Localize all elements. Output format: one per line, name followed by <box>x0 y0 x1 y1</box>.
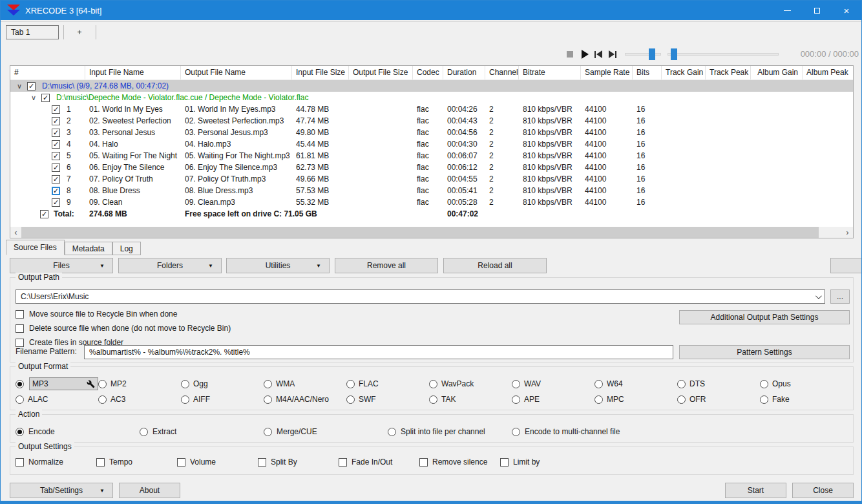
output-setting-option[interactable]: Split By <box>258 457 339 467</box>
action-option[interactable]: Merge/CUE <box>264 427 388 436</box>
track-checkbox[interactable] <box>52 152 60 160</box>
format-option[interactable]: MPC <box>594 395 677 404</box>
format-radio[interactable] <box>16 395 24 404</box>
format-radio[interactable] <box>346 380 355 388</box>
format-option[interactable]: OFR <box>677 395 760 404</box>
column-header-duration[interactable]: Duration <box>443 66 485 79</box>
action-radio[interactable] <box>264 428 272 436</box>
format-radio[interactable] <box>512 395 520 404</box>
track-checkbox[interactable] <box>52 163 60 172</box>
output-setting-checkbox[interactable] <box>177 458 185 467</box>
column-header-input-file-size[interactable]: Input File Size <box>292 66 349 79</box>
action-radio[interactable] <box>512 428 520 436</box>
create-files-in-source-folder-checkbox[interactable] <box>16 339 24 347</box>
tab-metadata[interactable]: Metadata <box>65 242 112 255</box>
group-row-cue[interactable]: ∨ D:\music\Depeche Mode - Violator.flac.… <box>10 92 853 103</box>
track-checkbox[interactable] <box>52 198 60 207</box>
output-setting-checkbox[interactable] <box>16 458 24 467</box>
move-to-recycle-bin-checkbox[interactable] <box>16 310 24 319</box>
column-header-output-file-size[interactable]: Output File Size <box>349 66 413 79</box>
track-checkbox[interactable] <box>52 117 60 125</box>
group-checkbox[interactable] <box>41 94 50 102</box>
format-option[interactable]: Ogg <box>181 379 264 388</box>
format-option[interactable]: AIFF <box>181 395 264 404</box>
output-setting-option[interactable]: Tempo <box>96 457 177 467</box>
reload-all-button[interactable]: Reload all <box>443 258 547 273</box>
scroll-left-icon[interactable]: ‹ <box>10 227 21 238</box>
filename-pattern-input[interactable]: %albumartist% - %album%\%track2%. %title… <box>84 345 673 359</box>
format-option[interactable]: M4A/AAC/Nero <box>264 395 346 404</box>
next-track-button[interactable] <box>609 50 616 58</box>
format-option[interactable]: SWF <box>346 395 429 404</box>
format-option[interactable]: WavPack <box>429 379 512 388</box>
table-row[interactable]: 3 03. Personal Jesus 03. Personal Jesus.… <box>10 127 853 138</box>
delete-source-file-checkbox[interactable] <box>16 324 24 333</box>
output-setting-checkbox[interactable] <box>96 458 105 467</box>
table-row[interactable]: 1 01. World In My Eyes 01. World In My E… <box>10 103 853 115</box>
tab-source-files[interactable]: Source Files <box>6 240 65 255</box>
volume-slider[interactable] <box>625 53 661 56</box>
format-option[interactable]: W64 <box>594 379 677 388</box>
expander-icon[interactable]: ∨ <box>31 94 40 102</box>
output-setting-checkbox[interactable] <box>339 458 347 467</box>
output-setting-option[interactable]: Limit by <box>500 457 848 467</box>
format-option[interactable]: TAK <box>429 395 512 404</box>
format-option[interactable]: WMA <box>264 379 346 388</box>
track-checkbox[interactable] <box>52 140 60 149</box>
format-radio[interactable] <box>760 380 768 388</box>
format-radio[interactable] <box>346 395 355 404</box>
combo-chevron-icon[interactable] <box>815 293 822 299</box>
format-radio[interactable] <box>677 395 686 404</box>
stop-button[interactable] <box>567 51 573 58</box>
track-checkbox[interactable] <box>52 129 60 137</box>
output-setting-option[interactable]: Fade In/Out <box>339 457 419 467</box>
previous-track-button[interactable] <box>594 50 602 58</box>
horizontal-scrollbar-thumb[interactable] <box>21 227 819 238</box>
output-setting-checkbox[interactable] <box>500 458 509 467</box>
action-option[interactable]: Split into file per channel <box>388 427 512 436</box>
total-checkbox[interactable] <box>40 210 48 218</box>
format-option[interactable]: Opus <box>760 379 848 388</box>
track-checkbox[interactable] <box>52 175 60 184</box>
tab-1[interactable]: Tab 1 <box>6 25 59 39</box>
format-settings-box[interactable]: MP3 <box>29 377 98 390</box>
pattern-settings-button[interactable]: Pattern Settings <box>679 345 850 359</box>
horizontal-scrollbar[interactable]: ‹ › <box>10 227 853 238</box>
column-header-codec[interactable]: Codec <box>413 66 443 79</box>
wrench-icon[interactable] <box>87 380 95 388</box>
column-header-input-file-name[interactable]: Input File Name <box>85 66 181 79</box>
format-option[interactable]: FLAC <box>346 379 429 388</box>
format-radio[interactable] <box>512 380 520 388</box>
output-setting-option[interactable]: Remove silence <box>419 457 500 467</box>
table-row[interactable]: 7 07. Policy Of Truth 07. Policy Of Trut… <box>10 173 853 185</box>
format-option-selected[interactable]: MP3 <box>16 377 98 390</box>
additional-output-path-settings-button[interactable]: Additional Output Path Settings <box>679 310 850 324</box>
output-setting-checkbox[interactable] <box>419 458 428 467</box>
action-option[interactable]: Encode to multi-channel file <box>512 427 848 436</box>
output-path-combo[interactable]: C:\Users\Erix\Music <box>16 289 825 304</box>
more-options-button[interactable]: ▼ <box>830 258 862 273</box>
column-header-bitrate[interactable]: Bitrate <box>519 66 581 79</box>
action-radio[interactable] <box>16 428 24 436</box>
column-header-track-peak[interactable]: Track Peak <box>706 66 751 79</box>
start-button[interactable]: Start <box>725 483 786 498</box>
browse-button[interactable]: ... <box>830 289 850 304</box>
column-header-number[interactable]: # <box>10 66 85 79</box>
format-radio[interactable] <box>98 395 107 404</box>
format-radio[interactable] <box>677 380 686 388</box>
group-row-folder[interactable]: ∨ D:\music\ (9/9, 274.68 MB, 00:47:02) <box>10 80 853 92</box>
format-option[interactable]: AC3 <box>98 395 181 404</box>
expander-icon[interactable]: ∨ <box>17 82 26 90</box>
format-option[interactable]: Fake <box>760 395 848 404</box>
table-row[interactable]: 2 02. Sweetest Perfection 02. Sweetest P… <box>10 115 853 127</box>
table-row[interactable]: 6 06. Enjoy The Silence 06. Enjoy The Si… <box>10 162 853 173</box>
format-radio[interactable] <box>429 395 437 404</box>
about-button[interactable]: About <box>119 483 180 498</box>
seek-slider[interactable] <box>668 53 779 56</box>
column-header-track-gain[interactable]: Track Gain <box>662 66 706 79</box>
format-radio[interactable] <box>760 395 768 404</box>
remove-all-button[interactable]: Remove all <box>335 258 438 273</box>
table-row[interactable]: 4 04. Halo 04. Halo.mp3 45.44 MB flac 00… <box>10 138 853 150</box>
play-button[interactable] <box>582 50 589 59</box>
format-radio[interactable] <box>181 395 189 404</box>
